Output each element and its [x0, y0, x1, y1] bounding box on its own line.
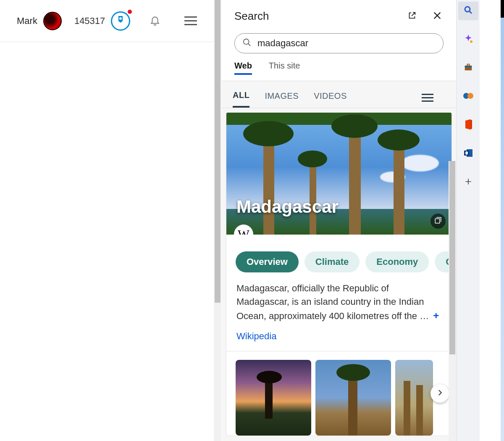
panel-title: Search [234, 10, 269, 23]
image-stack-icon [434, 217, 442, 226]
open-external-button[interactable] [406, 9, 418, 23]
browser-sidebar [456, 0, 480, 441]
thumbnail-2[interactable] [315, 360, 391, 436]
thumbnail-3[interactable] [395, 360, 433, 436]
pill-climate[interactable]: Climate [304, 251, 360, 272]
description-text: Madagascar, officially the Republic of M… [236, 283, 429, 321]
panel-header: Search [222, 0, 456, 27]
result-tab-all[interactable]: ALL [233, 88, 249, 108]
result-type-tabs: ALL IMAGES VIDEOS [222, 81, 456, 108]
expand-description-button[interactable]: + [433, 310, 439, 321]
bell-icon [150, 21, 160, 27]
plus-icon [464, 177, 472, 187]
outlook-icon [463, 148, 473, 159]
left-content-pane: Mark 145317 [0, 0, 222, 441]
search-side-panel: Search Web This site ALL IMAGES [222, 0, 456, 441]
svg-rect-7 [467, 64, 470, 66]
svg-point-12 [465, 151, 468, 155]
external-link-icon [407, 15, 417, 21]
medal-icon [117, 16, 124, 26]
hamburger-icon [422, 94, 433, 102]
briefcase-icon [463, 63, 473, 74]
result-tab-images[interactable]: IMAGES [265, 89, 299, 107]
info-pill-row: Overview Climate Economy Cult [226, 235, 452, 279]
expand-image-button[interactable] [430, 214, 446, 229]
thumbnails-next-button[interactable] [430, 384, 449, 403]
results-container: ALL IMAGES VIDEOS [222, 81, 456, 441]
close-icon [433, 15, 442, 21]
office-icon [464, 119, 473, 131]
results-scrollbar[interactable] [449, 161, 456, 441]
points-value: 145317 [74, 16, 105, 26]
wikipedia-icon: W [238, 227, 249, 235]
top-bar: Mark 145317 [0, 0, 221, 42]
thumbnail-1[interactable] [236, 360, 311, 436]
sidebar-item-tools[interactable] [458, 59, 478, 77]
pill-economy[interactable]: Economy [365, 251, 429, 272]
svg-point-3 [465, 7, 470, 12]
description: Madagascar, officially the Republic of M… [226, 279, 452, 323]
left-scrollbar[interactable] [214, 0, 221, 441]
sidebar-item-outlook[interactable] [458, 145, 478, 163]
notifications-button[interactable] [146, 11, 164, 31]
menu-button[interactable] [181, 13, 200, 29]
pill-overview[interactable]: Overview [236, 251, 299, 272]
sparkle-icon [463, 34, 473, 45]
search-icon [242, 38, 252, 49]
chevron-right-icon [436, 389, 444, 398]
search-field-container [234, 33, 444, 53]
games-icon [463, 91, 474, 102]
scope-tab-this-site[interactable]: This site [269, 61, 300, 75]
result-tab-videos[interactable]: VIDEOS [314, 89, 347, 107]
sidebar-item-games[interactable] [458, 87, 478, 106]
hero-image[interactable]: Madagascar W [226, 113, 452, 235]
knowledge-card: Madagascar W Overview Climate Economy Cu… [226, 112, 452, 436]
hero-title: Madagascar [236, 197, 339, 217]
user-avatar[interactable] [43, 12, 62, 30]
rewards-badge[interactable] [111, 11, 130, 31]
svg-point-1 [244, 39, 249, 45]
notification-dot-icon [128, 10, 132, 14]
sidebar-item-search[interactable] [458, 2, 478, 20]
svg-point-9 [467, 93, 473, 99]
svg-rect-2 [435, 219, 440, 223]
username-label: Mark [17, 16, 37, 26]
search-icon [463, 5, 473, 17]
sidebar-item-add[interactable] [458, 173, 478, 192]
source-link[interactable]: Wikipedia [226, 323, 452, 351]
svg-point-4 [470, 40, 472, 43]
image-thumbnails [226, 351, 452, 436]
sidebar-item-copilot[interactable] [458, 30, 478, 49]
sidebar-item-office[interactable] [458, 116, 478, 135]
hamburger-icon [184, 16, 197, 25]
search-input[interactable] [257, 38, 436, 49]
window-edge-decoration [501, 0, 504, 441]
search-scope-tabs: Web This site [234, 61, 444, 79]
close-panel-button[interactable] [431, 9, 444, 23]
result-options-button[interactable] [420, 92, 445, 103]
svg-point-0 [119, 17, 122, 20]
scope-tab-web[interactable]: Web [234, 61, 252, 75]
